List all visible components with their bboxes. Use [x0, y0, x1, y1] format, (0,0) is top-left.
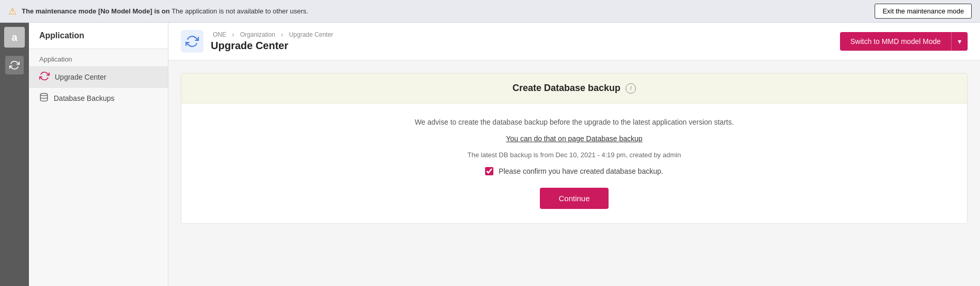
page-title-block: ONE › Organization › Upgrade Center Upgr…: [211, 31, 335, 52]
card-body: We advise to create the database backup …: [181, 103, 967, 223]
breadcrumb: ONE › Organization › Upgrade Center: [211, 31, 335, 38]
sidebar-item-upgrade-center[interactable]: Upgrade Center: [29, 66, 168, 88]
content-area: Create Database backup i We advise to cr…: [168, 61, 980, 236]
page-header-left: ONE › Organization › Upgrade Center Upgr…: [181, 30, 335, 53]
banner-main-text: The maintenance mode [No Model Mode] is …: [22, 7, 172, 15]
app-logo[interactable]: a: [4, 27, 25, 48]
confirm-checkbox-row: Please confirm you have created database…: [485, 167, 663, 175]
sidebar-item-database-backups-label: Database Backups: [54, 94, 115, 102]
card-description: We advise to create the database backup …: [415, 118, 734, 126]
sidebar-item-database-backups[interactable]: Database Backups: [29, 88, 168, 109]
database-backup-link[interactable]: You can do that on page Database backup: [506, 134, 642, 143]
sidebar-section-label: Application: [29, 49, 168, 66]
breadcrumb-sep1: ›: [232, 31, 234, 38]
continue-button[interactable]: Continue: [540, 188, 608, 209]
sidebar-header: Application: [29, 23, 168, 49]
exit-maintenance-button[interactable]: Exit the maintenance mode: [875, 4, 972, 19]
database-backups-icon: [39, 93, 49, 104]
page-title: Upgrade Center: [211, 40, 335, 52]
warning-icon: ⚠: [8, 6, 17, 17]
page-header: ONE › Organization › Upgrade Center Upgr…: [168, 23, 980, 61]
confirm-checkbox-label[interactable]: Please confirm you have created database…: [499, 167, 663, 175]
svg-point-0: [40, 94, 48, 96]
switch-mode-dropdown-button[interactable]: ▾: [951, 32, 968, 51]
maintenance-banner: ⚠ The maintenance mode [No Model Mode] i…: [0, 0, 980, 23]
breadcrumb-current: Upgrade Center: [289, 31, 333, 38]
main-content: ONE › Organization › Upgrade Center Upgr…: [168, 23, 980, 286]
info-icon[interactable]: i: [626, 83, 636, 94]
sync-icon: [9, 60, 20, 70]
confirm-checkbox[interactable]: [485, 167, 493, 175]
app-layout: a Application Application Upgrade Center: [0, 23, 980, 286]
page-header-right: Switch to MMD model Mode ▾: [840, 32, 968, 51]
page-sync-icon: [185, 35, 199, 48]
upgrade-center-icon: [39, 71, 50, 83]
banner-text: The maintenance mode [No Model Mode] is …: [22, 7, 308, 15]
sidebar-item-upgrade-center-label: Upgrade Center: [55, 73, 106, 81]
rail-refresh-icon[interactable]: [5, 56, 24, 74]
card-header: Create Database backup i: [181, 73, 967, 103]
banner-description: The application is not available to othe…: [172, 7, 308, 15]
breadcrumb-one: ONE: [213, 31, 226, 38]
breadcrumb-sep2: ›: [281, 31, 283, 38]
left-rail: a: [0, 23, 29, 286]
card-title: Create Database backup: [512, 83, 620, 94]
database-backup-card: Create Database backup i We advise to cr…: [181, 73, 968, 224]
breadcrumb-org: Organization: [240, 31, 275, 38]
sidebar: Application Application Upgrade Center: [29, 23, 168, 286]
backup-info: The latest DB backup is from Dec 10, 202…: [468, 151, 681, 159]
switch-mode-button[interactable]: Switch to MMD model Mode: [840, 32, 951, 51]
page-icon: [181, 30, 204, 53]
banner-message: ⚠ The maintenance mode [No Model Mode] i…: [8, 6, 308, 17]
